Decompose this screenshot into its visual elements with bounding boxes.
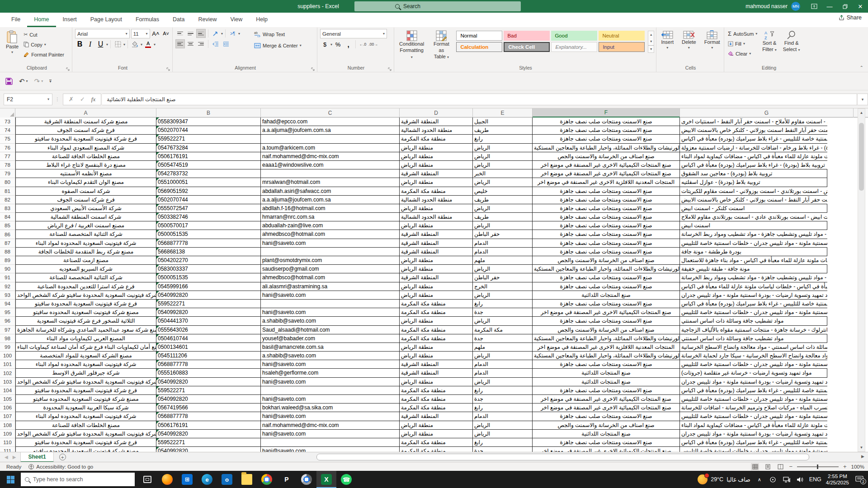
merge-center-button[interactable]: Merge & Center▾ bbox=[253, 41, 302, 50]
style-calculation[interactable]: Calculation bbox=[456, 42, 502, 52]
cell-H103[interactable] bbox=[827, 378, 854, 386]
cell-H76[interactable] bbox=[827, 144, 854, 152]
cell-A76[interactable]: شركة المصنع السعودي لمواد البناء bbox=[15, 144, 156, 152]
tab-home[interactable]: Home bbox=[27, 13, 56, 27]
cell-D81[interactable]: منطقة مكة المكرمة bbox=[400, 187, 473, 196]
vertical-scrollbar[interactable]: ▲ ▼ bbox=[858, 108, 865, 452]
cell-F82[interactable]: صنع الاسمنت ومنتجات صلب نصف جاهزة bbox=[533, 196, 680, 204]
network-icon[interactable] bbox=[782, 474, 791, 484]
taskbar-icon-file-explorer[interactable] bbox=[237, 471, 257, 488]
cell-F108[interactable]: صنع اصناف من الخرسانة والاسمنت والجص bbox=[533, 421, 680, 430]
cell-D107[interactable]: المنطقة الشرقية bbox=[400, 412, 473, 421]
grow-font-icon[interactable]: A˄ bbox=[151, 29, 160, 38]
cell-E74[interactable]: طريف bbox=[473, 126, 533, 135]
cell-B102[interactable]: 0555160883 bbox=[156, 369, 261, 377]
share-button[interactable]: Share bbox=[839, 14, 862, 21]
cell-G109[interactable]: ي اسمنتي - مواد تمهيد وتسوية ارضيات - بو… bbox=[680, 430, 827, 438]
cell-B103[interactable]: 0540992820 bbox=[156, 378, 261, 386]
start-button[interactable] bbox=[0, 471, 21, 488]
avatar[interactable]: MN bbox=[791, 2, 800, 11]
taskbar-icon-powerpoint[interactable]: P bbox=[277, 471, 297, 488]
cell-H80[interactable] bbox=[827, 178, 854, 187]
cell-F85[interactable]: صنع الاسمنت ومنتجات صلب نصف جاهزة bbox=[533, 221, 680, 230]
row-header-111[interactable]: 111 bbox=[0, 447, 15, 452]
cell-D111[interactable]: منطقة مكة المكرمة bbox=[400, 447, 473, 452]
cell-A108[interactable]: مصنع الخلطات الجافة للصناعة bbox=[15, 421, 156, 430]
insert-function-icon[interactable]: fx bbox=[91, 96, 95, 103]
cell-D104[interactable]: منطقة مكة المكرمة bbox=[400, 386, 473, 395]
page-layout-view-icon[interactable] bbox=[764, 463, 772, 470]
cell-B85[interactable]: 0500570017 bbox=[156, 221, 261, 230]
cell-C77[interactable]: naif.mohammed@dmc-mix.com bbox=[261, 152, 400, 161]
row-header-95[interactable]: 95 bbox=[0, 308, 15, 317]
cell-A90[interactable]: شركة السيريو السعوديه bbox=[15, 265, 156, 273]
taskbar-icon-task-view[interactable] bbox=[137, 471, 157, 488]
save-button[interactable] bbox=[5, 78, 13, 85]
clipboard-dialog-launcher-icon[interactable] bbox=[66, 65, 71, 70]
cell-A85[interactable]: مصنع اسمنت الغربية / فرع الرياض bbox=[15, 221, 156, 230]
cell-H100[interactable] bbox=[827, 352, 854, 360]
zoom-out-icon[interactable]: − bbox=[789, 463, 793, 470]
cell-F92[interactable]: صنع الاسمنت ومنتجات صلب نصف جاهزة bbox=[533, 282, 680, 291]
text-direction-icon[interactable]: >¶ bbox=[228, 29, 237, 38]
insert-cells-button[interactable]: Insert▾ bbox=[659, 29, 676, 52]
number-format-select[interactable]: General▾ bbox=[320, 29, 387, 38]
cell-G82[interactable]: تشطيب - اسمنت حفر آبار النفط - اسمنت بوز… bbox=[680, 196, 827, 204]
cell-C81[interactable]: abdallah.asiri@safwacc.com bbox=[261, 187, 400, 196]
column-header-A[interactable]: A bbox=[15, 108, 156, 117]
cell-F101[interactable]: صنع الاسمنت ومنتجات صلب نصف جاهزة bbox=[533, 360, 680, 369]
cell-E88[interactable]: الدمام bbox=[473, 248, 533, 256]
cell-G93[interactable]: ي اسمنتي - مواد تمهيد وتسوية ارضيات - بو… bbox=[680, 291, 827, 300]
cell-H102[interactable] bbox=[827, 369, 854, 377]
restore-button[interactable] bbox=[837, 0, 853, 13]
increase-indent-icon[interactable] bbox=[221, 39, 231, 48]
cell-E110[interactable]: رابغ bbox=[473, 438, 533, 447]
name-box[interactable]: F2▾ bbox=[4, 94, 52, 105]
pen-icon[interactable] bbox=[769, 474, 778, 484]
row-header-93[interactable]: 93 bbox=[0, 291, 15, 300]
cell-D105[interactable]: منطقة مكة المكرمة bbox=[400, 395, 473, 404]
font-size-select[interactable]: 11▾ bbox=[131, 29, 150, 38]
alignment-dialog-launcher-icon[interactable] bbox=[311, 65, 316, 70]
row-header-87[interactable]: 87 bbox=[0, 239, 15, 248]
taskbar-icon-store[interactable]: ⊞ bbox=[177, 471, 197, 488]
cell-H88[interactable] bbox=[827, 248, 854, 256]
cell-E85[interactable]: الرياض bbox=[473, 221, 533, 230]
delete-cells-button[interactable]: Delete▾ bbox=[679, 29, 698, 52]
scroll-down-icon[interactable]: ▼ bbox=[858, 444, 865, 451]
cell-D110[interactable]: منطقة مكة المكرمة bbox=[400, 438, 473, 447]
cell-F83[interactable]: صنع الاسمنت ومنتجات صلب نصف جاهزة bbox=[533, 204, 680, 213]
cell-H75[interactable] bbox=[827, 135, 854, 143]
row-header-78[interactable]: 78 bbox=[0, 161, 15, 169]
style-input[interactable]: Input bbox=[599, 42, 645, 52]
cell-B81[interactable]: 0569051592 bbox=[156, 187, 261, 196]
cell-H81[interactable] bbox=[827, 187, 854, 196]
increase-decimal-icon[interactable]: ←.0 bbox=[358, 40, 368, 49]
cell-E95[interactable]: جدة bbox=[473, 308, 533, 317]
percent-style-icon[interactable]: % bbox=[333, 40, 343, 49]
taskbar-icon-browser[interactable] bbox=[297, 471, 316, 488]
row-header-82[interactable]: 82 bbox=[0, 196, 15, 204]
cell-B89[interactable]: 0504202270 bbox=[156, 256, 261, 265]
cell-E102[interactable]: الدمام bbox=[473, 369, 533, 377]
cell-E94[interactable]: رابغ bbox=[473, 300, 533, 308]
tab-view[interactable]: View bbox=[223, 13, 249, 27]
cell-F95[interactable]: صنع المنتجات الكيميائية الاخرى غير المصن… bbox=[533, 308, 680, 317]
cell-A84[interactable]: شركة اسمنت المنطقة الشمالية bbox=[15, 213, 156, 221]
row-header-110[interactable]: 110 bbox=[0, 438, 15, 447]
cell-C104[interactable] bbox=[261, 386, 400, 395]
cell-E107[interactable]: الدمام bbox=[473, 412, 533, 421]
cell-A81[interactable]: شركة اسمنت الصفوه bbox=[15, 187, 156, 196]
cell-A105[interactable]: مصنع شركة فيتونيت السعودية المحدوده سافي… bbox=[15, 395, 156, 404]
cell-B92[interactable]: 0545999166 bbox=[156, 282, 261, 291]
cell-C97[interactable]: Saud_alsaadi@hotmail.com bbox=[261, 326, 400, 334]
cell-B74[interactable]: 0502070744 bbox=[156, 126, 261, 135]
cell-D93[interactable]: منطقة الرياض bbox=[400, 291, 473, 300]
fill-button[interactable]: Fill▾ bbox=[727, 39, 758, 48]
cell-G107[interactable]: ضيات - بودرة اسمنتية ملونة - مواد تلييس … bbox=[680, 412, 827, 421]
cell-A87[interactable]: شركة فيتونيت السعودية المحدوده لمواد الب… bbox=[15, 239, 156, 248]
font-dialog-launcher-icon[interactable] bbox=[166, 65, 171, 70]
cell-F75[interactable]: صنع الاسمنت ومنتجات صلب نصف جاهزة bbox=[533, 135, 680, 143]
select-all-corner[interactable] bbox=[0, 108, 15, 117]
cell-D75[interactable]: منطقة مكة المكرمة bbox=[400, 135, 473, 143]
